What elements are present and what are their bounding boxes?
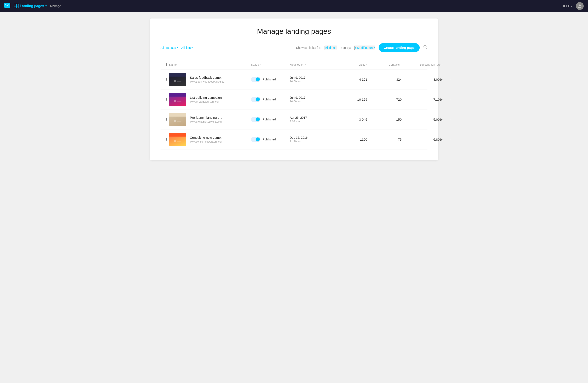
row-name-info-4: Consulting new camp... www.consult-newbi… — [190, 136, 223, 143]
main-wrapper: Manage landing pages All statuses All li… — [0, 12, 588, 167]
col-subscription-rate[interactable]: Subscription rate ↑ — [406, 63, 445, 66]
col-visits-label: Visits — [358, 63, 365, 66]
sort-dropdown[interactable]: ↑ Modified on — [354, 46, 375, 50]
svg-rect-2 — [16, 4, 18, 6]
toolbar: All statuses All lists Show statistics f… — [161, 43, 427, 52]
row-menu-4[interactable]: ⋮ — [445, 137, 455, 142]
row-checkbox-1[interactable] — [161, 78, 169, 81]
row-contacts-4: 75 — [372, 138, 406, 141]
status-toggle-1[interactable] — [251, 77, 260, 82]
row-visits-4: 1100 — [337, 138, 372, 141]
row-menu-1[interactable]: ⋮ — [445, 77, 455, 82]
table-row: Pre-launch landing p... www.prelaunch150… — [161, 110, 427, 130]
status-label-4: Published — [263, 138, 276, 141]
row-rate-3: 5,00% — [406, 118, 445, 121]
row-name-cell-2: List building campaign www.fit-campaign.… — [169, 93, 251, 106]
row-contacts-3: 150 — [372, 118, 406, 121]
col-contacts[interactable]: Contacts ↑ — [372, 63, 406, 66]
table-row: List building campaign www.fit-campaign.… — [161, 90, 427, 110]
row-thumbnail-1 — [169, 73, 186, 86]
col-contacts-label: Contacts — [389, 63, 400, 66]
row-date-main-3: Apr 25, 2017 — [290, 116, 337, 119]
status-label-1: Published — [263, 78, 276, 81]
row-status-2: Published — [251, 97, 290, 102]
row-date-time-2: 10:06 am — [290, 100, 337, 103]
status-toggle-4[interactable] — [251, 137, 260, 142]
row-thumbnail-3 — [169, 113, 186, 126]
row-name-info-2: List building campaign www.fit-campaign.… — [190, 96, 222, 103]
stats-label: Show statistics for: — [296, 46, 321, 49]
svg-rect-1 — [14, 4, 16, 6]
all-lists-filter[interactable]: All lists — [181, 46, 193, 49]
row-date-main-1: Jun 9, 2017 — [290, 76, 337, 79]
row-visits-3: 3 045 — [337, 118, 372, 121]
svg-rect-0 — [4, 3, 10, 8]
row-checkbox-2[interactable] — [161, 98, 169, 101]
landing-pages-nav[interactable]: Landing pages ▾ — [14, 4, 47, 8]
row-thumbnail-4 — [169, 133, 186, 146]
status-sort-icon: ↑ — [260, 63, 261, 66]
all-statuses-filter[interactable]: All statuses — [161, 46, 178, 49]
row-url-4: www.consult-newbiz.gr8.com — [190, 140, 223, 143]
select-all-checkbox[interactable] — [161, 63, 169, 66]
col-rate-label: Subscription rate — [420, 63, 441, 66]
topnav-left: Landing pages ▾ Manage — [4, 3, 61, 9]
col-modified-on[interactable]: Modified on ↓ — [290, 63, 337, 66]
col-visits[interactable]: Visits ↑ — [337, 63, 372, 66]
row-rate-1: 8,00% — [406, 78, 445, 81]
row-checkbox-3[interactable] — [161, 118, 169, 121]
col-name[interactable]: Name ↑ — [169, 63, 251, 66]
top-navigation: Landing pages ▾ Manage HELP — [0, 0, 588, 12]
sort-arrow-icon: ↑ — [355, 46, 356, 49]
row-thumbnail-2 — [169, 93, 186, 106]
table-header: Name ↑ Status ↑ Modified on ↓ Visits ↑ C… — [161, 61, 427, 69]
row-menu-3[interactable]: ⋮ — [445, 117, 455, 122]
row-contacts-1: 324 — [372, 78, 406, 81]
row-date-1: Jun 9, 2017 10:50 am — [290, 76, 337, 83]
col-name-label: Name — [169, 63, 177, 66]
manage-label: Manage — [50, 4, 61, 8]
svg-line-8 — [426, 48, 427, 49]
name-sort-icon: ↑ — [178, 63, 179, 66]
envelope-icon — [4, 3, 10, 9]
svg-rect-4 — [16, 6, 18, 8]
row-visits-2: 10 129 — [337, 98, 372, 101]
row-name-cell-4: Consulting new camp... www.consult-newbi… — [169, 133, 251, 146]
stats-time-filter[interactable]: All time — [325, 46, 337, 50]
search-button[interactable] — [423, 45, 427, 50]
row-checkbox-4[interactable] — [161, 138, 169, 141]
row-name-4: Consulting new camp... — [190, 136, 223, 139]
col-modified-label: Modified on — [290, 63, 304, 66]
row-rate-4: 6,80% — [406, 138, 445, 141]
row-rate-2: 7,10% — [406, 98, 445, 101]
row-status-4: Published — [251, 137, 290, 142]
row-menu-2[interactable]: ⋮ — [445, 97, 455, 102]
row-status-1: Published — [251, 77, 290, 82]
content-card: Manage landing pages All statuses All li… — [150, 19, 438, 160]
modified-sort-icon: ↓ — [305, 63, 306, 66]
row-date-time-3: 9:09 am — [290, 120, 337, 123]
status-toggle-3[interactable] — [251, 117, 260, 122]
row-date-4: Dec 15, 2016 11:29 am — [290, 136, 337, 143]
col-status-label: Status — [251, 63, 259, 66]
row-url-1: www.thank-you-feedback.gr8... — [190, 80, 225, 83]
svg-rect-3 — [14, 6, 16, 8]
toolbar-right: Show statistics for: All time Sort by: ↑… — [296, 43, 427, 52]
svg-point-6 — [578, 7, 581, 8]
row-contacts-2: 720 — [372, 98, 406, 101]
status-toggle-2[interactable] — [251, 97, 260, 102]
row-name-1: Sales feedback camp... — [190, 76, 225, 79]
row-url-3: www.prelaunch150.gr8.com — [190, 120, 222, 123]
row-date-main-2: Jun 9, 2017 — [290, 96, 337, 99]
sort-label: Sort by: — [340, 46, 351, 49]
status-label-3: Published — [263, 118, 276, 121]
row-name-info-3: Pre-launch landing p... www.prelaunch150… — [190, 116, 222, 123]
create-landing-page-button[interactable]: Create landing page — [378, 43, 420, 52]
row-date-time-4: 11:29 am — [290, 140, 337, 143]
user-avatar[interactable] — [576, 2, 584, 10]
row-visits-1: 4 101 — [337, 78, 372, 81]
brand-dropdown-icon: ▾ — [45, 4, 47, 7]
topnav-right: HELP — [562, 2, 584, 10]
row-name-cell-1: Sales feedback camp... www.thank-you-fee… — [169, 73, 251, 86]
help-button[interactable]: HELP — [562, 4, 572, 8]
